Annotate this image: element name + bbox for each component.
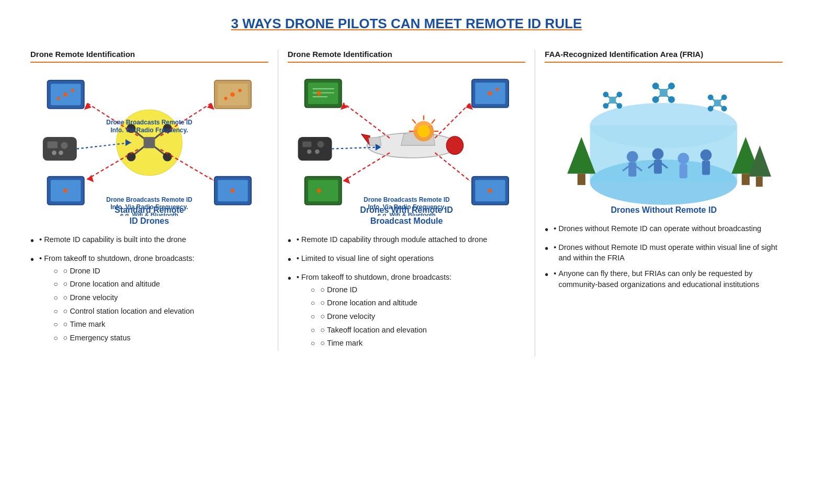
list-item: • Drones without Remote ID can operate w… bbox=[545, 223, 783, 237]
list-item: • Remote ID capability is built into the… bbox=[30, 234, 268, 248]
svg-point-119 bbox=[603, 103, 609, 109]
list-item: ○ Drone location and altitude bbox=[311, 297, 451, 308]
svg-point-12 bbox=[63, 92, 68, 97]
list-item: ○ Emergency status bbox=[53, 333, 194, 343]
svg-point-135 bbox=[708, 95, 714, 100]
svg-rect-68 bbox=[298, 137, 332, 161]
svg-point-70 bbox=[317, 141, 324, 147]
svg-text:Info. Via Radio Frequency.: Info. Via Radio Frequency. bbox=[368, 203, 445, 211]
svg-line-85 bbox=[435, 153, 470, 181]
svg-marker-32 bbox=[84, 103, 92, 110]
svg-point-105 bbox=[652, 148, 664, 160]
svg-point-14 bbox=[57, 97, 60, 100]
svg-rect-59 bbox=[308, 83, 338, 104]
col3-diagram bbox=[545, 69, 783, 205]
col3-bullets: • Drones without Remote ID can operate w… bbox=[545, 223, 783, 290]
svg-rect-130 bbox=[660, 89, 668, 97]
svg-point-17 bbox=[230, 92, 235, 97]
svg-rect-21 bbox=[47, 142, 57, 148]
svg-rect-74 bbox=[308, 180, 338, 201]
svg-point-71 bbox=[307, 150, 311, 154]
svg-rect-110 bbox=[680, 164, 687, 178]
svg-point-78 bbox=[488, 188, 492, 193]
svg-point-129 bbox=[668, 96, 675, 103]
svg-point-136 bbox=[721, 95, 727, 100]
list-item: ○ Drone ID bbox=[53, 266, 194, 277]
svg-marker-50 bbox=[368, 137, 381, 145]
col3-header: FAA-Recognized Identification Area (FRIA… bbox=[545, 50, 783, 63]
svg-point-137 bbox=[708, 106, 714, 111]
svg-rect-100 bbox=[756, 177, 763, 187]
svg-point-118 bbox=[617, 91, 623, 97]
svg-text:Info. Via Radio Frequency.: Info. Via Radio Frequency. bbox=[110, 127, 188, 134]
bullet-dot: • bbox=[39, 253, 44, 264]
svg-rect-102 bbox=[629, 163, 637, 177]
svg-rect-112 bbox=[702, 161, 710, 175]
list-item: • Limited to visual line of sight operat… bbox=[288, 253, 526, 267]
svg-point-75 bbox=[317, 188, 321, 193]
svg-rect-98 bbox=[742, 174, 750, 185]
svg-point-94 bbox=[590, 103, 737, 148]
svg-text:Info. Via Radio Frequency.: Info. Via Radio Frequency. bbox=[110, 203, 188, 211]
list-item: ○ Drone velocity bbox=[311, 311, 451, 322]
svg-rect-20 bbox=[43, 137, 77, 161]
svg-point-66 bbox=[488, 91, 492, 96]
list-item: • From takeoff to shutdown, drone broadc… bbox=[288, 272, 526, 351]
svg-point-27 bbox=[63, 188, 68, 193]
svg-point-111 bbox=[701, 150, 712, 161]
list-item: ○ Drone ID bbox=[311, 284, 451, 295]
svg-point-47 bbox=[446, 136, 463, 155]
svg-line-54 bbox=[432, 119, 435, 123]
svg-line-55 bbox=[412, 119, 415, 123]
svg-rect-9 bbox=[144, 137, 155, 148]
svg-point-109 bbox=[678, 153, 690, 164]
columns-container: Drone Remote Identification bbox=[21, 50, 792, 357]
svg-point-52 bbox=[417, 125, 430, 138]
list-item: ○ Takeoff location and elevation bbox=[311, 325, 451, 336]
col1-sub-list: ○ Drone ID ○ Drone location and altitude… bbox=[53, 266, 194, 343]
page-title: 3 WAYS DRONE PILOTS CAN MEET REMOTE ID R… bbox=[21, 16, 792, 34]
svg-point-13 bbox=[71, 89, 74, 92]
svg-line-81 bbox=[435, 103, 470, 138]
col2-sub-list: ○ Drone ID ○ Drone location and altitude… bbox=[311, 284, 451, 349]
svg-point-24 bbox=[59, 151, 63, 155]
list-item: • Remote ID capability through module at… bbox=[288, 234, 526, 248]
list-item: ○ Drone velocity bbox=[53, 292, 194, 303]
svg-point-101 bbox=[627, 151, 638, 163]
svg-rect-69 bbox=[302, 142, 311, 147]
svg-text:Drone Broadcasts Remote ID: Drone Broadcasts Remote ID bbox=[106, 119, 193, 126]
col2-bullets: • Remote ID capability through module at… bbox=[288, 234, 526, 351]
col1-bullets: • Remote ID capability is built into the… bbox=[30, 234, 268, 346]
svg-text:e.g. Wifi & Bluetooth: e.g. Wifi & Bluetooth bbox=[120, 212, 178, 216]
list-item: • From takeoff to shutdown, drone broadc… bbox=[30, 253, 268, 346]
svg-rect-121 bbox=[609, 97, 616, 104]
svg-rect-139 bbox=[714, 99, 721, 106]
svg-text:e.g. Wifi & Bluetooth: e.g. Wifi & Bluetooth bbox=[378, 212, 436, 216]
list-item: ○ Time mark bbox=[53, 319, 194, 330]
svg-marker-34 bbox=[207, 103, 214, 110]
list-item: • Drones without Remote ID must operate … bbox=[545, 242, 783, 264]
col2-header: Drone Remote Identification bbox=[288, 50, 526, 63]
svg-point-23 bbox=[52, 151, 57, 155]
svg-point-30 bbox=[230, 188, 235, 193]
svg-point-126 bbox=[652, 83, 659, 89]
svg-point-117 bbox=[603, 91, 609, 97]
svg-text:Drone Broadcasts Remote ID: Drone Broadcasts Remote ID bbox=[364, 196, 450, 203]
svg-text:Drone Broadcasts Remote ID: Drone Broadcasts Remote ID bbox=[106, 196, 193, 203]
svg-point-19 bbox=[224, 97, 227, 100]
column-2: Drone Remote Identification bbox=[278, 50, 536, 357]
list-item: • Anyone can fly there, but FRIAs can on… bbox=[545, 268, 783, 290]
svg-line-83 bbox=[343, 153, 390, 181]
svg-rect-96 bbox=[578, 174, 585, 185]
svg-marker-48 bbox=[361, 134, 369, 145]
svg-line-79 bbox=[343, 103, 390, 138]
svg-point-127 bbox=[668, 83, 675, 89]
list-item: ○ Control station location and elevation bbox=[53, 306, 194, 317]
column-1: Drone Remote Identification bbox=[21, 50, 278, 351]
svg-point-22 bbox=[61, 142, 67, 149]
column-3: FAA-Recognized Identification Area (FRIA… bbox=[535, 50, 792, 295]
col1-diagram: Drone Broadcasts Remote ID Info. Via Rad… bbox=[30, 69, 268, 205]
bullet-dot: • bbox=[39, 234, 44, 245]
col2-diagram: Drone Broadcasts Remote ID Info. Via Rad… bbox=[288, 69, 526, 205]
list-item: ○ Time mark bbox=[311, 338, 451, 349]
